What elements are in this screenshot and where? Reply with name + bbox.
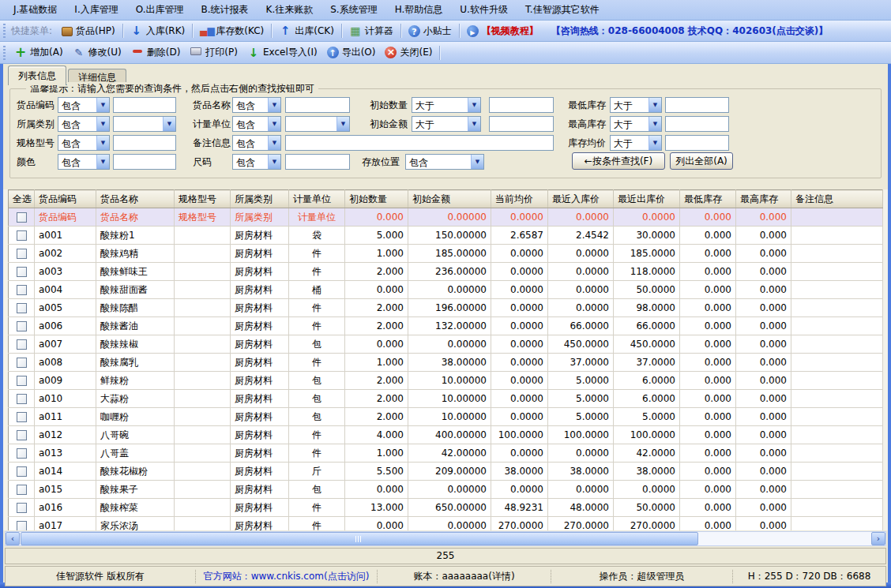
init-amount-input[interactable]	[489, 116, 554, 132]
goods-name-input[interactable]	[285, 97, 350, 113]
table-row[interactable]: a009 鲜辣粉 厨房材料 包 2.000 10.00000 0.0000 5.…	[9, 372, 883, 390]
row-checkbox[interactable]	[17, 249, 27, 259]
size-input[interactable]	[285, 154, 350, 170]
menu-item[interactable]: T.佳智源其它软件	[517, 1, 608, 19]
quick-toolbar-button[interactable]: 小贴士	[404, 23, 457, 39]
row-checkbox[interactable]	[17, 321, 27, 331]
quick-toolbar-button[interactable]: 货品(HP)	[57, 23, 120, 39]
footer-website-link[interactable]: 官方网站：www.cnkis.com(点击访问)	[195, 570, 377, 583]
row-checkbox[interactable]	[17, 358, 27, 368]
unit-op-select[interactable]: 包含▼	[232, 116, 281, 132]
table-row[interactable]: a013 八哥盖 厨房材料 件 1.000 42.00000 0.0000 0.…	[9, 444, 883, 463]
row-checkbox[interactable]	[17, 412, 27, 422]
quick-toolbar-button[interactable]: 库存数(KC)	[195, 23, 269, 39]
row-checkbox[interactable]	[17, 285, 27, 295]
table-row[interactable]: 货品编码 货品名称 规格型号 所属类别 计量单位 0.000 0.00000 0…	[9, 208, 883, 227]
avg-price-op-select[interactable]: 大于▼	[610, 135, 662, 151]
table-row[interactable]: a015 酸辣果子 厨房材料 包 0.000 0.00000 0.0000 0.…	[9, 481, 883, 499]
row-checkbox[interactable]	[17, 394, 27, 404]
column-header[interactable]: 货品编码	[35, 190, 96, 208]
table-row[interactable]: a016 酸辣榨菜 厨房材料 件 13.000 650.00000 48.923…	[9, 499, 883, 517]
table-row[interactable]: a005 酸辣陈醋 厨房材料 件 2.000 196.00000 0.0000 …	[9, 299, 883, 317]
size-op-select[interactable]: 包含▼	[232, 154, 281, 170]
list-all-button[interactable]: 列出全部(A)	[670, 152, 733, 170]
search-by-condition-button[interactable]: ←按条件查找(F)	[572, 152, 665, 170]
action-toolbar-button[interactable]: 修改(U)	[68, 44, 126, 61]
table-row[interactable]: a006 酸辣酱油 厨房材料 件 2.000 132.00000 0.0000 …	[9, 317, 883, 335]
row-checkbox[interactable]	[17, 339, 27, 350]
scroll-right-arrow-icon[interactable]: ›	[871, 532, 885, 545]
action-toolbar-button[interactable]: 打印(P)	[185, 44, 242, 61]
remark-op-select[interactable]: 包含▼	[232, 135, 281, 151]
column-header[interactable]: 初始数量	[345, 190, 408, 208]
menu-item[interactable]: H.帮助信息	[386, 1, 452, 19]
init-qty-op-select[interactable]: 大于▼	[412, 97, 481, 113]
tab[interactable]: 列表信息	[8, 66, 66, 85]
goods-name-op-select[interactable]: 包含▼	[232, 97, 281, 113]
footer-account[interactable]: 账本：aaaaaaaa(详情)	[377, 570, 551, 583]
color-input[interactable]	[113, 154, 176, 170]
horizontal-scrollbar[interactable]: ‹ ›	[5, 531, 886, 546]
video-tutorial-button[interactable]: 【视频教程】	[462, 23, 543, 39]
row-checkbox[interactable]	[17, 267, 27, 277]
row-checkbox[interactable]	[17, 466, 27, 477]
init-qty-input[interactable]	[489, 97, 554, 113]
quick-toolbar-button[interactable]: 出库(CK)	[274, 23, 339, 39]
unit-value-combo[interactable]: ▼	[285, 116, 350, 132]
column-header[interactable]: 最低库存	[680, 190, 736, 208]
avg-price-input[interactable]	[665, 135, 729, 151]
menu-item[interactable]: J.基础数据	[5, 1, 66, 19]
max-stock-op-select[interactable]: 大于▼	[610, 116, 662, 132]
row-checkbox[interactable]	[17, 503, 27, 513]
spec-input[interactable]	[113, 135, 176, 151]
quick-toolbar-button[interactable]: 入库(RK)	[126, 23, 190, 39]
table-row[interactable]: a003 酸辣鲜味王 厨房材料 件 2.000 236.00000 0.0000…	[9, 263, 883, 281]
column-header[interactable]: 所属类别	[231, 190, 289, 208]
action-toolbar-button[interactable]: Excel导入(I)	[242, 44, 322, 61]
min-stock-op-select[interactable]: 大于▼	[610, 97, 662, 113]
action-toolbar-button[interactable]: 导出(O)	[322, 44, 381, 61]
action-toolbar-button[interactable]: 删除(D)	[126, 44, 186, 61]
column-header[interactable]: 最高库存	[736, 190, 791, 208]
min-stock-input[interactable]	[665, 97, 729, 113]
row-checkbox[interactable]	[17, 212, 27, 223]
row-checkbox[interactable]	[17, 448, 27, 459]
column-header[interactable]: 最近出库价	[614, 190, 680, 208]
goods-code-input[interactable]	[113, 97, 176, 113]
table-row[interactable]: a002 酸辣鸡精 厨房材料 件 1.000 185.00000 0.0000 …	[9, 245, 883, 263]
menu-item[interactable]: I.入库管理	[66, 1, 126, 19]
hotline-text[interactable]: 【咨询热线：028-66004008 技术QQ：402603(点击交谈)】	[551, 24, 828, 38]
column-header[interactable]: 计量单位	[289, 190, 345, 208]
table-row[interactable]: a004 酸辣甜面酱 厨房材料 桶 0.000 0.00000 0.0000 0…	[9, 281, 883, 299]
category-op-select[interactable]: 包含▼	[58, 116, 110, 132]
column-header[interactable]: 规格型号	[175, 190, 231, 208]
color-op-select[interactable]: 包含▼	[58, 154, 110, 170]
scrollbar-thumb[interactable]	[21, 532, 698, 545]
row-checkbox[interactable]	[17, 521, 27, 530]
menu-item[interactable]: O.出库管理	[127, 1, 193, 19]
spec-op-select[interactable]: 包含▼	[58, 135, 110, 151]
column-header[interactable]: 最近入库价	[548, 190, 614, 208]
column-header[interactable]: 全选	[9, 190, 35, 208]
column-header[interactable]: 备注信息	[791, 190, 883, 208]
goods-code-op-select[interactable]: 包含▼	[58, 97, 110, 113]
max-stock-input[interactable]	[665, 116, 729, 132]
column-header[interactable]: 货品名称	[96, 190, 175, 208]
table-row[interactable]: a012 八哥碗 厨房材料 件 4.000 400.00000 100.0000…	[9, 426, 883, 444]
table-row[interactable]: a014 酸辣花椒粉 厨房材料 斤 5.500 209.00000 38.000…	[9, 463, 883, 481]
remark-input[interactable]	[285, 135, 554, 151]
table-row[interactable]: a017 家乐浓汤 厨房材料 件 0.000 0.00000 270.0000 …	[9, 517, 883, 531]
toolbar-grip[interactable]	[3, 24, 6, 38]
quick-toolbar-button[interactable]: 计算器	[344, 23, 398, 39]
location-op-select[interactable]: 包含▼	[405, 154, 484, 170]
menu-item[interactable]: U.软件升级	[451, 1, 517, 19]
action-toolbar-button[interactable]: 增加(A)	[9, 44, 68, 61]
menu-item[interactable]: B.统计报表	[193, 1, 258, 19]
row-checkbox[interactable]	[17, 376, 27, 386]
column-header[interactable]: 当前均价	[491, 190, 548, 208]
row-checkbox[interactable]	[17, 303, 27, 313]
scroll-left-arrow-icon[interactable]: ‹	[6, 532, 20, 545]
row-checkbox[interactable]	[17, 430, 27, 440]
init-amount-op-select[interactable]: 大于▼	[412, 116, 481, 132]
table-row[interactable]: a001 酸辣粉1 厨房材料 袋 5.000 150.00000 2.6587 …	[9, 227, 883, 245]
